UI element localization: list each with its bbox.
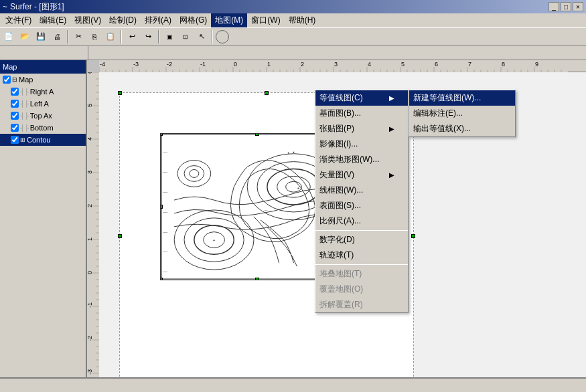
ctx-digitize-label: 数字化(D) <box>319 234 355 246</box>
ctx-image-map[interactable]: 影像图(I)... <box>315 136 408 152</box>
sidebar-item-top[interactable]: ┤├ Top Ax <box>0 110 86 122</box>
maximize-button[interactable]: □ <box>561 2 571 11</box>
horizontal-ruler-bar <box>88 46 585 60</box>
zoom-in-button[interactable]: ▣ <box>162 29 177 44</box>
sidebar-icon-top: ┤├ <box>20 112 29 119</box>
map-context-menu: 等值线图(C) ▶ 基面图(B)... 张贴图(P) ▶ 影像图(I)... 渐… <box>315 90 409 313</box>
sidebar-label-right: Right A <box>30 88 54 96</box>
sep3 <box>158 30 159 43</box>
sidebar-checkbox-map[interactable] <box>3 76 11 84</box>
ctx-contour-lines[interactable]: 等值线图(C) ▶ <box>315 90 408 106</box>
sidebar-icon-bottom: ┤├ <box>20 124 29 131</box>
ctx-stack-map-label: 堆叠地图(T) <box>319 268 362 280</box>
sidebar-checkbox-right[interactable] <box>11 88 19 96</box>
sidebar-item-contour[interactable]: ⊞ Contou <box>0 134 86 146</box>
ctx-trackball[interactable]: 轨迹球(T) <box>315 248 408 263</box>
ctx-vector[interactable]: 矢量图(V) ▶ <box>315 167 408 183</box>
save-button[interactable]: 💾 <box>33 29 48 44</box>
ctx-edit-label[interactable]: 编辑标注(E)... <box>409 106 515 121</box>
title-icon: ~ <box>3 2 7 11</box>
sidebar-expand-map[interactable]: ⊟ <box>12 76 17 83</box>
new-button[interactable]: 📄 <box>1 29 16 44</box>
sidebar-label-left: Left A <box>30 100 49 108</box>
ruler-toolbar <box>0 45 586 60</box>
menu-bar: 文件(F) 编辑(E) 视图(V) 绘制(D) 排列(A) 网格(G) 地图(M… <box>0 13 586 28</box>
ctx-detach-overlay-label: 拆解覆盖(R) <box>319 299 363 310</box>
ctx-export-contour[interactable]: 输出等值线(X)... <box>409 121 515 136</box>
sidebar-label-top: Top Ax <box>30 112 52 120</box>
ctx-new-contour[interactable]: 新建等值线图(W)... <box>409 90 515 106</box>
ctx-contour-lines-label: 等值线图(C) <box>319 92 363 104</box>
sidebar-item-bottom[interactable]: ┤├ Bottom <box>0 122 86 134</box>
ctx-scale-label: 比例尺(A)... <box>319 215 361 227</box>
zoom-out-button[interactable]: ⊡ <box>178 29 193 44</box>
ctx-sep1 <box>315 230 408 231</box>
context-menu-overlay: 等值线图(C) ▶ 基面图(B)... 张贴图(P) ▶ 影像图(I)... 渐… <box>87 60 586 392</box>
sidebar: Map ⊟ Map ┤├ Right A ┤├ Left A ┤├ Top Ax… <box>0 60 87 392</box>
sidebar-label-bottom: Bottom <box>30 124 54 132</box>
sidebar-header: Map <box>0 60 86 74</box>
ctx-surface[interactable]: 表面图(S)... <box>315 198 408 213</box>
menu-file[interactable]: 文件(F) <box>1 13 35 27</box>
horizontal-ruler <box>88 46 557 60</box>
ctx-image-map-label: 影像图(I)... <box>319 138 358 150</box>
ctx-paste-map[interactable]: 张贴图(P) ▶ <box>315 121 408 136</box>
sidebar-checkbox-bottom[interactable] <box>11 124 19 132</box>
paste-button[interactable]: 📋 <box>103 29 118 44</box>
menu-map[interactable]: 地图(M) <box>211 13 247 27</box>
ctx-edit-label-text: 编辑标注(E)... <box>413 108 463 119</box>
menu-view[interactable]: 视图(V) <box>70 13 105 27</box>
close-button[interactable]: × <box>573 2 583 11</box>
sep4 <box>212 30 213 43</box>
ctx-irregular[interactable]: 渐类地形图(W)... <box>315 152 408 167</box>
ctx-scale[interactable]: 比例尺(A)... <box>315 213 408 229</box>
menu-arrange[interactable]: 排列(A) <box>141 13 175 27</box>
redo-button[interactable]: ↪ <box>141 29 155 44</box>
menu-window[interactable]: 窗口(W) <box>247 13 284 27</box>
print-button[interactable]: 🖨 <box>50 29 64 44</box>
title-text: Surfer - [图形1] <box>10 1 64 13</box>
ctx-surface-label: 表面图(S)... <box>319 200 361 211</box>
undo-button[interactable]: ↩ <box>125 29 139 44</box>
contour-submenu: 新建等值线图(W)... 编辑标注(E)... 输出等值线(X)... <box>409 90 516 137</box>
sidebar-checkbox-top[interactable] <box>11 112 19 120</box>
sidebar-label-map: Map <box>19 76 33 84</box>
ctx-overlay-map-label: 覆盖地图(O) <box>319 284 363 295</box>
select-button[interactable]: ↖ <box>194 29 209 44</box>
copy-button[interactable]: ⎘ <box>87 29 102 44</box>
sidebar-checkbox-contour[interactable] <box>11 136 19 144</box>
sidebar-item-map[interactable]: ⊟ Map <box>0 74 86 86</box>
sidebar-item-left[interactable]: ┤├ Left A <box>0 98 86 110</box>
sidebar-icon-contour: ⊞ <box>20 136 25 143</box>
ctx-irregular-label: 渐类地形图(W)... <box>319 154 379 165</box>
menu-edit[interactable]: 编辑(E) <box>35 13 70 27</box>
canvas-area: ← + + — — — — — — — <box>87 60 586 392</box>
ruler-corner <box>1 46 88 60</box>
ctx-detach-overlay: 拆解覆盖(R) <box>315 297 408 312</box>
sidebar-label-contour: Contou <box>27 136 50 144</box>
ctx-stack-map: 堆叠地图(T) <box>315 266 408 282</box>
sidebar-item-right[interactable]: ┤├ Right A <box>0 86 86 98</box>
ctx-base-surface-label: 基面图(B)... <box>319 108 361 119</box>
ctx-vector-arrow: ▶ <box>389 171 394 179</box>
sidebar-icon-left: ┤├ <box>20 100 29 107</box>
ctx-base-surface[interactable]: 基面图(B)... <box>315 106 408 121</box>
ctx-wire-frame[interactable]: 线框图(W)... <box>315 183 408 198</box>
ctx-trackball-label: 轨迹球(T) <box>319 250 354 261</box>
ctx-digitize[interactable]: 数字化(D) <box>315 232 408 248</box>
menu-help[interactable]: 帮助(H) <box>285 13 320 27</box>
sidebar-checkbox-left[interactable] <box>11 100 19 108</box>
menu-draw[interactable]: 绘制(D) <box>105 13 141 27</box>
title-bar: ~ Surfer - [图形1] _ □ × <box>0 0 586 13</box>
minimize-button[interactable]: _ <box>548 2 559 11</box>
ctx-contour-arrow: ▶ <box>389 94 394 102</box>
ctx-paste-map-label: 张贴图(P) <box>319 123 354 134</box>
open-button[interactable]: 📂 <box>17 29 32 44</box>
ctx-new-contour-label: 新建等值线图(W)... <box>413 92 481 104</box>
ctx-overlay-map: 覆盖地图(O) <box>315 282 408 297</box>
toolbar: 📄 📂 💾 🖨 ✂ ⎘ 📋 ↩ ↪ ▣ ⊡ ↖ <box>0 28 586 45</box>
ellipse-button[interactable] <box>216 30 229 43</box>
main-area: Map ⊟ Map ┤├ Right A ┤├ Left A ┤├ Top Ax… <box>0 60 586 392</box>
menu-grid[interactable]: 网格(G) <box>175 13 211 27</box>
cut-button[interactable]: ✂ <box>71 29 86 44</box>
